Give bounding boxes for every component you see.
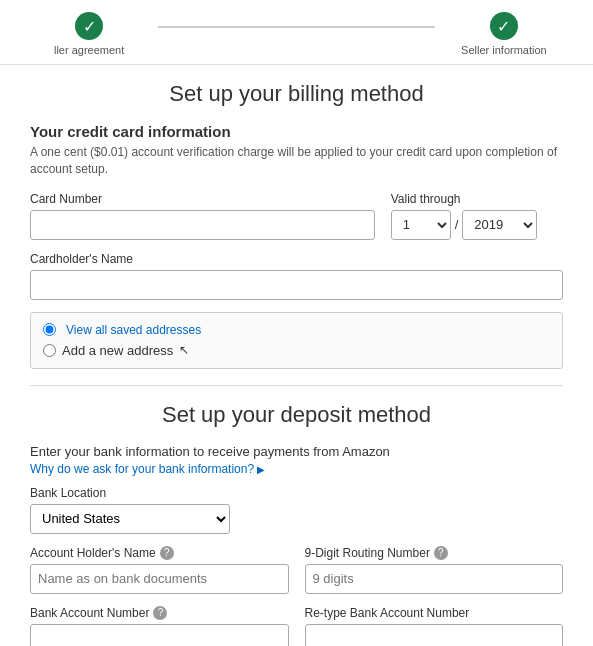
add-new-address-row: Add a new address ↖ (43, 343, 550, 358)
cardholder-group: Cardholder's Name (30, 252, 563, 300)
bank-location-group: Bank Location United States Canada Unite… (30, 486, 563, 534)
valid-through-group: Valid through 1 2 3 4 5 6 7 8 9 10 11 (391, 192, 563, 240)
routing-number-input[interactable] (305, 564, 564, 594)
cardholder-input[interactable] (30, 270, 563, 300)
progress-step-seller-info: ✓ Seller information (435, 12, 573, 56)
bank-account-input[interactable] (30, 624, 289, 646)
saved-address-radio-row: View all saved addresses (43, 323, 550, 337)
retype-label-row: Re-type Bank Account Number (305, 606, 564, 620)
section-divider (30, 385, 563, 386)
year-select[interactable]: 2019 2020 2021 2022 2023 2024 2025 (462, 210, 537, 240)
step-circle-1: ✓ (75, 12, 103, 40)
routing-number-label-row: 9-Digit Routing Number ? (305, 546, 564, 560)
bank-account-group: Bank Account Number ? (30, 606, 289, 646)
retype-label: Re-type Bank Account Number (305, 606, 470, 620)
account-holder-group: Account Holder's Name ? (30, 546, 289, 594)
account-holder-label-row: Account Holder's Name ? (30, 546, 289, 560)
month-select[interactable]: 1 2 3 4 5 6 7 8 9 10 11 12 (391, 210, 451, 240)
routing-number-label: 9-Digit Routing Number (305, 546, 430, 560)
progress-line (158, 26, 435, 28)
account-holder-label: Account Holder's Name (30, 546, 156, 560)
add-new-address-label: Add a new address (62, 343, 173, 358)
account-holder-input[interactable] (30, 564, 289, 594)
progress-bar: ✓ ller agreement ✓ Seller information (0, 0, 593, 65)
card-number-input[interactable] (30, 210, 375, 240)
retype-account-group: Re-type Bank Account Number (305, 606, 564, 646)
retype-account-input[interactable] (305, 624, 564, 646)
valid-through-label: Valid through (391, 192, 563, 206)
step-circle-2: ✓ (490, 12, 518, 40)
view-saved-addresses-link[interactable]: View all saved addresses (66, 323, 201, 337)
card-number-label: Card Number (30, 192, 375, 206)
bank-account-row: Bank Account Number ? Re-type Bank Accou… (30, 606, 563, 646)
page-content: Set up your billing method Your credit c… (0, 65, 593, 646)
bank-location-select[interactable]: United States Canada United Kingdom Othe… (30, 504, 230, 534)
checkmark-icon-2: ✓ (497, 17, 510, 36)
why-bank-info-link[interactable]: Why do we ask for your bank information?… (30, 462, 265, 476)
card-row: Card Number Valid through 1 2 3 4 5 6 7 … (30, 192, 563, 240)
address-box: View all saved addresses Add a new addre… (30, 312, 563, 369)
progress-step-seller-agreement: ✓ ller agreement (20, 12, 158, 56)
account-row: Account Holder's Name ? 9-Digit Routing … (30, 546, 563, 594)
bank-location-label: Bank Location (30, 486, 563, 500)
bank-account-label-row: Bank Account Number ? (30, 606, 289, 620)
saved-address-radio[interactable] (43, 323, 56, 336)
credit-card-heading: Your credit card information (30, 123, 563, 140)
cursor-indicator: ↖ (179, 343, 189, 357)
why-link-arrow-icon: ▶ (257, 464, 265, 475)
routing-number-group: 9-Digit Routing Number ? (305, 546, 564, 594)
step-label-1: ller agreement (54, 44, 124, 56)
account-holder-help-icon[interactable]: ? (160, 546, 174, 560)
routing-number-help-icon[interactable]: ? (434, 546, 448, 560)
deposit-section: Set up your deposit method Enter your ba… (30, 402, 563, 646)
bank-account-help-icon[interactable]: ? (153, 606, 167, 620)
why-bank-info-text: Why do we ask for your bank information? (30, 462, 254, 476)
card-number-group: Card Number (30, 192, 375, 240)
date-separator: / (455, 217, 459, 232)
credit-card-desc: A one cent ($0.01) account verification … (30, 144, 563, 178)
credit-card-section: Your credit card information A one cent … (30, 123, 563, 369)
bank-account-label: Bank Account Number (30, 606, 149, 620)
cardholder-label: Cardholder's Name (30, 252, 563, 266)
checkmark-icon-1: ✓ (83, 17, 96, 36)
add-new-address-radio[interactable] (43, 344, 56, 357)
bank-info-desc: Enter your bank information to receive p… (30, 444, 563, 459)
step-label-2: Seller information (461, 44, 547, 56)
deposit-title: Set up your deposit method (30, 402, 563, 428)
cardholder-row: Cardholder's Name (30, 252, 563, 300)
billing-title: Set up your billing method (30, 81, 563, 107)
